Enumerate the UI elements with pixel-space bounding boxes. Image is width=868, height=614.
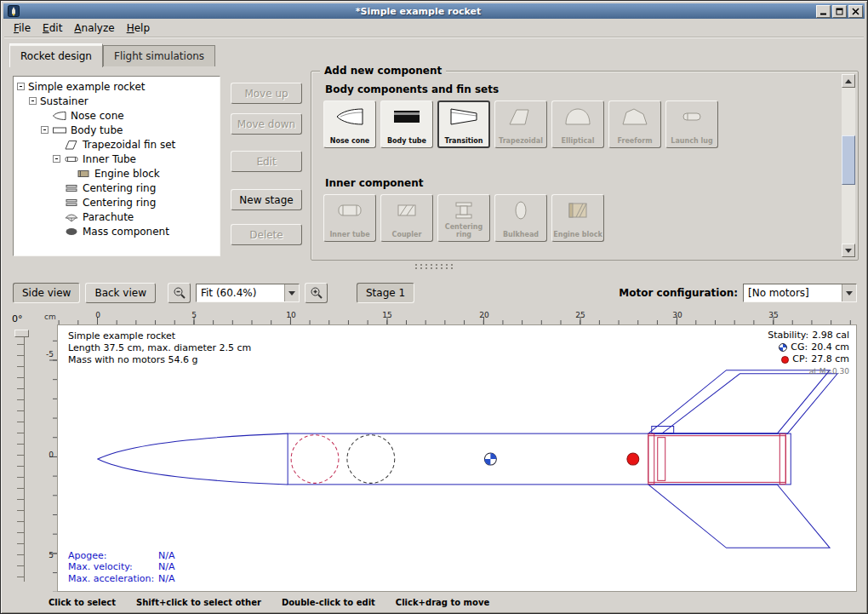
tick-label: -5 — [42, 350, 54, 359]
minimize-button[interactable] — [816, 5, 831, 18]
body-tube-icon — [391, 106, 422, 128]
inner-tube-outline[interactable] — [648, 436, 785, 483]
rotation-slider[interactable]: 0° — [6, 311, 42, 592]
tick-label: 5 — [186, 311, 202, 319]
rotation-thumb[interactable] — [14, 330, 29, 337]
cg-icon — [779, 343, 787, 352]
edit-button[interactable]: Edit — [231, 151, 302, 172]
rocket-canvas[interactable]: Simple example rocket Length 37.5 cm, ma… — [57, 324, 857, 592]
scrollbar-down-button[interactable] — [842, 244, 855, 257]
tree-item-nose-cone[interactable]: Nose cone — [14, 108, 220, 123]
tree-item-rocket[interactable]: Simple example rocket — [14, 79, 220, 94]
fin-outline[interactable] — [648, 370, 830, 433]
window-titlebar[interactable]: *Simple example rocket — [3, 3, 865, 19]
move-down-button[interactable]: Move down — [231, 113, 302, 135]
component-button-bulkhead[interactable]: Bulkhead — [494, 194, 547, 242]
close-button[interactable] — [848, 5, 863, 18]
combo-arrow[interactable] — [842, 284, 856, 301]
scrollbar-thumb[interactable] — [842, 135, 855, 185]
new-stage-button[interactable]: New stage — [231, 189, 302, 210]
component-button-nose-cone[interactable]: Nose cone — [323, 100, 376, 148]
engine-block-outline[interactable] — [658, 438, 665, 481]
tree-item-body-tube[interactable]: Body tube — [14, 123, 220, 137]
tree-item-centering-ring-2[interactable]: Centering ring — [14, 195, 220, 209]
side-view-button[interactable]: Side view — [13, 283, 80, 303]
mass-component-outline[interactable] — [347, 435, 395, 484]
menu-item-file[interactable]: File — [8, 20, 37, 37]
component-button-launch-lug[interactable]: Launch lug — [665, 100, 718, 148]
cg-label: CG: — [791, 341, 808, 353]
ruler-horizontal: 0 5 10 15 20 25 30 35 — [57, 311, 857, 324]
tab-flight-simulations[interactable]: Flight simulations — [103, 45, 215, 66]
rotation-track[interactable] — [24, 333, 25, 582]
back-view-button[interactable]: Back view — [85, 283, 156, 303]
component-button-elliptical[interactable]: Elliptical — [551, 100, 604, 148]
delete-button[interactable]: Delete — [231, 224, 302, 245]
component-button-freeform[interactable]: Freeform — [608, 100, 661, 148]
tab-rocket-design[interactable]: Rocket design — [9, 43, 103, 67]
centering-ring-outline[interactable] — [779, 434, 785, 485]
zoom-level-select[interactable]: Fit (60.4%) — [196, 284, 300, 302]
collapse-toggle-icon[interactable] — [17, 83, 25, 90]
body-tube-outline[interactable] — [288, 433, 791, 485]
zoom-in-button[interactable] — [305, 283, 328, 303]
component-button-engine-block[interactable]: Engine block — [551, 194, 604, 242]
arrow-down-icon — [845, 249, 852, 256]
chevron-down-icon — [846, 291, 853, 299]
fin-outline[interactable] — [648, 485, 830, 548]
stage-1-toggle[interactable]: Stage 1 — [357, 283, 414, 303]
tree-item-centering-ring-1[interactable]: Centering ring — [14, 181, 220, 195]
window-title: *Simple example rocket — [22, 6, 814, 17]
tree-item-trapezoidal-fin-set[interactable]: Trapezoidal fin set — [14, 137, 220, 152]
cg-value: 20.4 cm — [811, 341, 849, 353]
zoom-out-button[interactable] — [168, 283, 191, 303]
tree-item-mass-component[interactable]: Mass component — [14, 224, 220, 238]
fin-outline[interactable] — [662, 374, 837, 433]
menu-item-analyze[interactable]: Analyze — [68, 20, 120, 37]
tree-item-sustainer[interactable]: Sustainer — [14, 94, 220, 108]
menubar: File Edit Analyze Help — [4, 19, 864, 37]
rocket-dimensions: Length 37.5 cm, max. diameter 2.5 cm — [68, 342, 251, 354]
coupler-icon — [391, 199, 422, 221]
add-component-group: Add new component Body components and fi… — [311, 71, 859, 261]
tree-item-parachute[interactable]: Parachute — [14, 209, 220, 224]
component-button-trapezoidal[interactable]: Trapezoidal — [494, 100, 547, 148]
vertical-scrollbar[interactable] — [842, 74, 855, 257]
rocket-mass: Mass with no motors 54.6 g — [68, 354, 251, 366]
motor-configuration-select[interactable]: [No motors] — [743, 284, 857, 302]
component-button-transition[interactable]: Transition — [437, 100, 490, 148]
flight-info: Apogee:N/A Max. velocity:N/A Max. accele… — [68, 550, 174, 585]
tree-item-inner-tube[interactable]: Inner Tube — [14, 152, 220, 166]
component-button-body-tube[interactable]: Body tube — [380, 100, 433, 148]
horizontal-splitter[interactable] — [1, 263, 867, 271]
motor-configuration-label: Motor configuration: — [619, 287, 738, 299]
tree-item-engine-block[interactable]: Engine block — [14, 166, 220, 181]
nose-cone-icon — [52, 111, 67, 121]
maximize-button[interactable] — [832, 5, 847, 18]
component-button-inner-tube[interactable]: Inner tube — [323, 194, 376, 242]
component-button-centering-ring[interactable]: Centering ring — [437, 194, 490, 242]
centering-ring-outline[interactable] — [648, 434, 654, 485]
parachute-outline[interactable] — [291, 435, 339, 484]
cp-label: CP: — [792, 353, 808, 365]
menu-item-help[interactable]: Help — [121, 20, 156, 37]
cp-marker — [627, 453, 639, 465]
collapse-toggle-icon[interactable] — [41, 126, 49, 134]
inner-tube-icon — [64, 154, 79, 164]
combo-arrow[interactable] — [284, 284, 299, 301]
centering-ring-icon — [448, 199, 479, 221]
collapse-toggle-icon[interactable] — [53, 155, 60, 163]
minimize-icon — [819, 8, 827, 15]
transition-icon — [448, 106, 479, 128]
rotation-scale — [17, 333, 24, 582]
scrollbar-up-button[interactable] — [842, 74, 855, 88]
move-up-button[interactable]: Move up — [231, 83, 302, 104]
component-button-coupler[interactable]: Coupler — [380, 194, 433, 242]
collapse-toggle-icon[interactable] — [29, 97, 37, 105]
cg-marker — [484, 453, 496, 465]
nose-cone-icon — [334, 106, 365, 128]
menu-item-edit[interactable]: Edit — [37, 20, 68, 37]
rocket-name: Simple example rocket — [68, 330, 251, 342]
nose-cone-outline[interactable] — [98, 433, 288, 485]
bulkhead-icon — [505, 199, 536, 221]
